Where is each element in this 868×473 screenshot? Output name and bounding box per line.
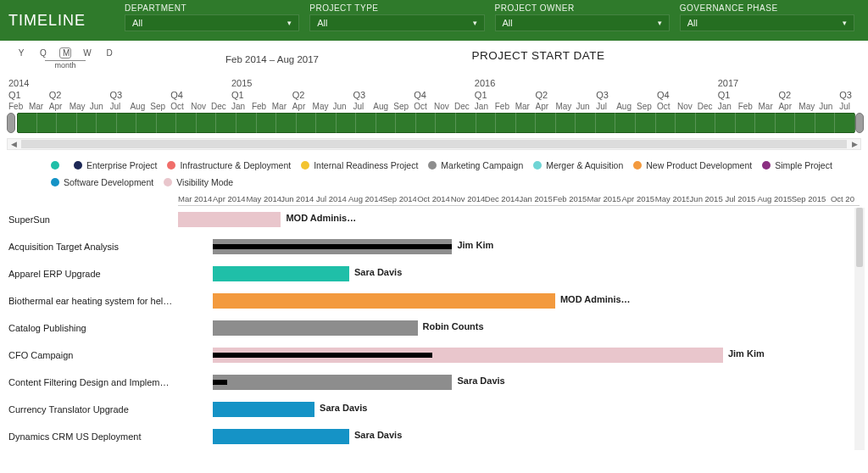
gantt-bar[interactable]: [213, 266, 349, 281]
axis-month: Nov: [191, 102, 211, 111]
gantt-row-label: CFO Campaign: [8, 350, 178, 360]
legend-label: Merger & Aquisition: [546, 160, 623, 170]
vertical-scrollbar[interactable]: [854, 208, 865, 450]
axis-month: Apr: [778, 102, 798, 111]
filter-project-type-select[interactable]: All▾: [309, 14, 484, 31]
gantt-bar[interactable]: [213, 402, 314, 417]
axis-month: Jan: [231, 102, 252, 111]
axis-month: Mar: [515, 102, 536, 111]
gantt-row: Catalog PublishingRobin Counts: [8, 314, 860, 342]
legend-item[interactable]: Infrastructure & Deployment: [167, 160, 291, 170]
axis-year: 2017: [718, 78, 860, 88]
legend-item[interactable]: Enterprise Project: [74, 160, 157, 170]
zoom-caption: month: [15, 61, 115, 70]
gantt-row-label: Catalog Publishing: [8, 323, 178, 333]
legend-label: Infrastructure & Deployment: [180, 160, 291, 170]
zoom-option-q[interactable]: Q: [37, 48, 49, 58]
axis-month: Oct: [170, 102, 191, 111]
scroll-left-icon[interactable]: ◀: [8, 140, 19, 148]
chevron-down-icon: ▾: [658, 19, 662, 27]
legend-item[interactable]: Internal Readiness Project: [301, 160, 418, 170]
gantt-bar-owner: Robin Counts: [423, 321, 484, 331]
legend-item[interactable]: Visibility Mode: [164, 177, 233, 187]
gantt-row-track: MOD Adminis…: [178, 292, 860, 309]
gantt-month-header: Mar 2014Apr 2014May 2014Jun 2014Jul 2014…: [178, 194, 860, 206]
scroll-thumb[interactable]: [21, 140, 847, 148]
range-handle-left[interactable]: [7, 113, 15, 133]
axis-quarter: Q1: [718, 90, 779, 100]
axis-quarter: Q3: [839, 90, 860, 100]
axis-year: 2015: [231, 78, 475, 88]
axis-month: Apr: [49, 102, 70, 111]
legend-item[interactable]: Marketing Campaign: [428, 160, 523, 170]
gantt-row-label: Acquisition Target Analysis: [8, 242, 178, 252]
axis-quarter: Q3: [353, 90, 414, 100]
range-handle-right[interactable]: [855, 113, 864, 133]
axis-month: Jun: [576, 102, 596, 111]
axis-quarter: Q2: [536, 90, 597, 100]
zoom-option-m[interactable]: M: [59, 47, 71, 58]
gantt-row: SuperSunMOD Adminis…: [8, 206, 860, 233]
chevron-down-icon: ▾: [843, 19, 847, 27]
legend-item[interactable]: Simple Project: [762, 160, 832, 170]
axis-month: Sep: [637, 102, 657, 111]
zoom-option-w[interactable]: W: [81, 48, 93, 58]
legend: Enterprise ProjectInfrastructure & Deplo…: [0, 157, 868, 192]
legend-dot-icon: [633, 161, 642, 170]
legend-dot-icon: [533, 161, 542, 170]
axis-title: PROJECT START DATE: [319, 49, 758, 62]
scroll-track[interactable]: [21, 140, 847, 148]
legend-item[interactable]: Merger & Aquisition: [533, 160, 623, 170]
filter-project-type: PROJECT TYPE All▾: [309, 3, 484, 31]
axis-month: Feb: [738, 102, 759, 111]
zoom-option-d[interactable]: D: [103, 48, 115, 58]
legend-label: Software Development: [64, 177, 153, 187]
filter-governance-phase-select[interactable]: All▾: [680, 14, 854, 31]
gantt-header-month: Oct 20: [826, 194, 860, 205]
gantt-bar-owner: Sara Davis: [354, 267, 402, 277]
axis-month: Jan: [475, 102, 495, 111]
axis-month: Feb: [495, 102, 515, 111]
legend-label: New Product Development: [646, 160, 752, 170]
zoom-granularity: YQMWD month: [15, 47, 115, 70]
gantt-bar[interactable]: [213, 320, 418, 336]
gantt-bar[interactable]: [213, 293, 555, 309]
gantt-chart: Mar 2014Apr 2014May 2014Jun 2014Jul 2014…: [8, 194, 860, 450]
axis-quarter: Q1: [8, 90, 49, 100]
legend-dot-icon: [74, 161, 82, 170]
gantt-bar[interactable]: [213, 429, 349, 444]
gantt-row-track: Sara Davis: [178, 428, 860, 445]
gantt-header-month: Jun 2015: [689, 194, 723, 205]
gantt-header-month: May 2015: [655, 194, 689, 205]
gantt-row-label: Currency Translator Upgrade: [8, 404, 178, 415]
gantt-bar-owner: Jim Kim: [457, 240, 493, 250]
filter-department: DEPARTMENT All▾: [125, 3, 299, 31]
gantt-row: Biothermal ear heating system for helmet…: [8, 287, 860, 314]
range-selector[interactable]: [8, 113, 860, 133]
gantt-row-label: Content Filtering Design and Implementa…: [8, 377, 178, 387]
axis-year: 2016: [475, 78, 718, 88]
gantt-header-month: May 2014: [246, 194, 280, 205]
gantt-row-track: Robin Counts: [178, 320, 860, 337]
gantt-bar[interactable]: [213, 375, 453, 390]
filter-project-owner-select[interactable]: All▾: [495, 14, 670, 31]
gantt-progress-overlay: [213, 380, 227, 385]
axis-month: May: [555, 102, 576, 111]
scroll-right-icon[interactable]: ▶: [849, 140, 860, 148]
filter-department-select[interactable]: All▾: [125, 14, 299, 31]
zoom-option-y[interactable]: Y: [15, 48, 27, 58]
page-title: TIMELINE: [8, 12, 86, 30]
horizontal-scrollbar[interactable]: ◀ ▶: [7, 138, 861, 150]
legend-item[interactable]: Software Development: [51, 177, 153, 187]
gantt-bar-owner: Jim Kim: [728, 348, 765, 359]
filter-label: PROJECT TYPE: [309, 3, 484, 13]
legend-item[interactable]: [51, 161, 64, 170]
gantt-bar-owner: Sara Davis: [320, 403, 367, 413]
filter-label: GOVERNANCE PHASE: [680, 3, 854, 13]
legend-item[interactable]: New Product Development: [633, 160, 752, 170]
vertical-scroll-thumb[interactable]: [856, 208, 863, 267]
axis-quarter: Q3: [110, 90, 171, 100]
gantt-bar[interactable]: [178, 212, 281, 227]
axis-month: Feb: [8, 102, 29, 111]
gantt-header-month: Apr 2015: [621, 194, 655, 205]
